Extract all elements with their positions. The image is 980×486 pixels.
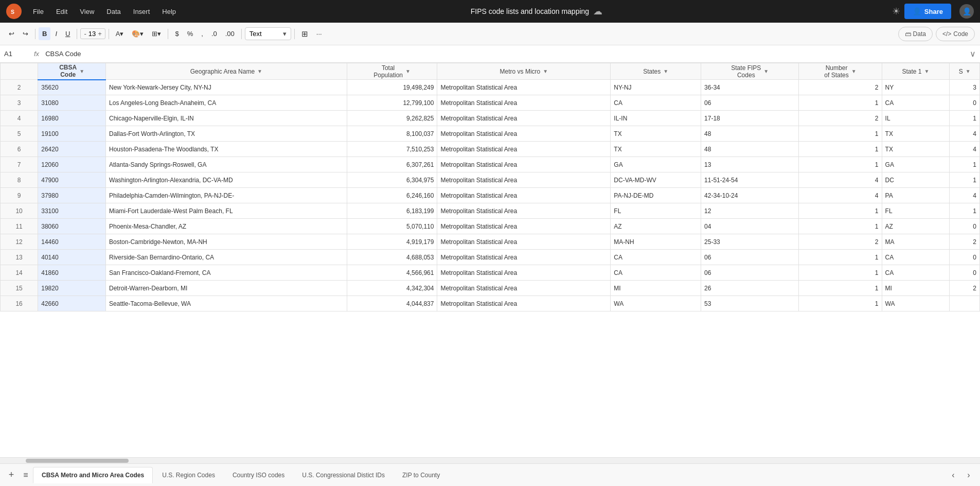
cell[interactable]: Metropolitan Statistical Area (437, 95, 611, 111)
percent-button[interactable]: % (184, 27, 197, 40)
cell[interactable]: 12 (701, 203, 799, 219)
cell[interactable] (950, 296, 980, 311)
cell[interactable]: 38060 (38, 219, 106, 234)
table-row[interactable]: 1138060Phoenix-Mesa-Chandler, AZ5,070,11… (1, 219, 980, 234)
filter-icon-b[interactable]: ▼ (257, 68, 262, 74)
table-row[interactable]: 1441860San Francisco-Oakland-Fremont, CA… (1, 265, 980, 281)
cell[interactable]: 1 (950, 157, 980, 172)
cell[interactable]: 1 (799, 203, 882, 219)
row-number[interactable]: 15 (1, 281, 38, 296)
cell[interactable]: 4,919,179 (347, 234, 437, 250)
cell[interactable]: IL-IN (611, 111, 701, 126)
table-row[interactable]: 712060Atlanta-Sandy Springs-Roswell, GA6… (1, 157, 980, 172)
filter-icon-f[interactable]: ▼ (763, 68, 769, 74)
sheet-menu-button[interactable]: ≡ (19, 468, 33, 482)
increase-decimal-button[interactable]: .00 (222, 27, 238, 40)
cell[interactable]: 4 (950, 142, 980, 157)
cell[interactable]: 06 (701, 265, 799, 281)
cell[interactable]: NY-NJ (611, 80, 701, 95)
row-number[interactable]: 12 (1, 234, 38, 250)
cell[interactable]: 2 (799, 111, 882, 126)
fill-color-button[interactable]: 🎨▾ (128, 27, 147, 40)
cell[interactable]: Metropolitan Statistical Area (437, 172, 611, 188)
sun-icon[interactable]: ☀ (892, 6, 900, 17)
row-number[interactable]: 10 (1, 203, 38, 219)
table-row[interactable]: 416980Chicago-Naperville-Elgin, IL-IN9,2… (1, 111, 980, 126)
cell[interactable]: Washington-Arlington-Alexandria, DC-VA-M… (106, 172, 347, 188)
table-row[interactable]: 235620New York-Newark-Jersey City, NY-NJ… (1, 80, 980, 95)
horizontal-scrollbar[interactable] (0, 457, 980, 463)
cell[interactable]: FL (882, 203, 950, 219)
filter-icon-e[interactable]: ▼ (663, 68, 668, 74)
filter-icon-c[interactable]: ▼ (405, 68, 411, 74)
cell[interactable]: 1 (799, 265, 882, 281)
font-size-increase[interactable]: + (98, 30, 102, 38)
cell[interactable]: 12,799,100 (347, 95, 437, 111)
cell[interactable]: 2 (799, 80, 882, 95)
cell[interactable]: 1 (950, 111, 980, 126)
cell[interactable]: 19,498,249 (347, 80, 437, 95)
undo-button[interactable]: ↩ (5, 27, 18, 40)
cell[interactable]: 4 (950, 188, 980, 203)
cell[interactable]: 2 (950, 281, 980, 296)
cell[interactable]: 8,100,037 (347, 126, 437, 142)
cell[interactable]: Metropolitan Statistical Area (437, 142, 611, 157)
cell[interactable]: Houston-Pasadena-The Woodlands, TX (106, 142, 347, 157)
cell[interactable]: MA (882, 234, 950, 250)
table-row[interactable]: 1340140Riverside-San Bernardino-Ontario,… (1, 250, 980, 265)
cell[interactable]: 16980 (38, 111, 106, 126)
formula-input[interactable] (43, 49, 966, 59)
cell[interactable]: 4 (799, 172, 882, 188)
cell[interactable]: 4,688,053 (347, 250, 437, 265)
cell[interactable]: 4 (799, 188, 882, 203)
cell[interactable]: Metropolitan Statistical Area (437, 296, 611, 311)
cell[interactable]: Metropolitan Statistical Area (437, 111, 611, 126)
cell[interactable]: 36-34 (701, 80, 799, 95)
cell[interactable]: 1 (799, 281, 882, 296)
cell[interactable]: Dallas-Fort Worth-Arlington, TX (106, 126, 347, 142)
cell[interactable]: 1 (799, 142, 882, 157)
cell[interactable]: Metropolitan Statistical Area (437, 126, 611, 142)
cell[interactable]: Metropolitan Statistical Area (437, 80, 611, 95)
cell[interactable]: TX (882, 142, 950, 157)
cell[interactable]: WA (882, 296, 950, 311)
cell[interactable]: PA-NJ-DE-MD (611, 188, 701, 203)
cell[interactable]: Seattle-Tacoma-Bellevue, WA (106, 296, 347, 311)
row-number[interactable]: 8 (1, 172, 38, 188)
borders-button[interactable]: ⊞▾ (148, 27, 165, 40)
col-header-c[interactable]: TotalPopulation ▼ (347, 63, 437, 80)
format-dropdown[interactable]: Text ▾ (245, 27, 291, 40)
cell[interactable]: DC (882, 172, 950, 188)
row-number[interactable]: 6 (1, 142, 38, 157)
cell[interactable]: 35620 (38, 80, 106, 95)
cell[interactable]: 31080 (38, 95, 106, 111)
sheet-tab[interactable]: U.S. Region Codes (154, 467, 223, 483)
cell[interactable]: Miami-Fort Lauderdale-West Palm Beach, F… (106, 203, 347, 219)
cell[interactable]: 53 (701, 296, 799, 311)
row-number[interactable]: 4 (1, 111, 38, 126)
cell[interactable]: MI (611, 281, 701, 296)
cell[interactable]: MA-NH (611, 234, 701, 250)
tab-next-button[interactable]: › (961, 468, 976, 482)
cell[interactable]: 13 (701, 157, 799, 172)
cell[interactable]: New York-Newark-Jersey City, NY-NJ (106, 80, 347, 95)
tab-prev-button[interactable]: ‹ (946, 468, 960, 482)
table-row[interactable]: 937980Philadelphia-Camden-Wilmington, PA… (1, 188, 980, 203)
cell[interactable]: 1 (799, 157, 882, 172)
cell[interactable]: IL (882, 111, 950, 126)
cell[interactable]: 0 (950, 265, 980, 281)
cell[interactable]: TX (611, 142, 701, 157)
cell[interactable]: 11-51-24-54 (701, 172, 799, 188)
cell[interactable]: 4,566,961 (347, 265, 437, 281)
cell[interactable]: Boston-Cambridge-Newton, MA-NH (106, 234, 347, 250)
table-row[interactable]: 519100Dallas-Fort Worth-Arlington, TX8,1… (1, 126, 980, 142)
col-header-b[interactable]: Geographic Area Name ▼ (106, 63, 347, 80)
menu-view[interactable]: View (75, 5, 99, 19)
cell[interactable]: 48 (701, 126, 799, 142)
cell[interactable]: CA (882, 250, 950, 265)
cell[interactable]: NY (882, 80, 950, 95)
cell[interactable]: 5,070,110 (347, 219, 437, 234)
col-header-a[interactable]: CBSACode ▼ (38, 63, 106, 80)
cell[interactable]: 33100 (38, 203, 106, 219)
cell[interactable]: 4 (950, 126, 980, 142)
